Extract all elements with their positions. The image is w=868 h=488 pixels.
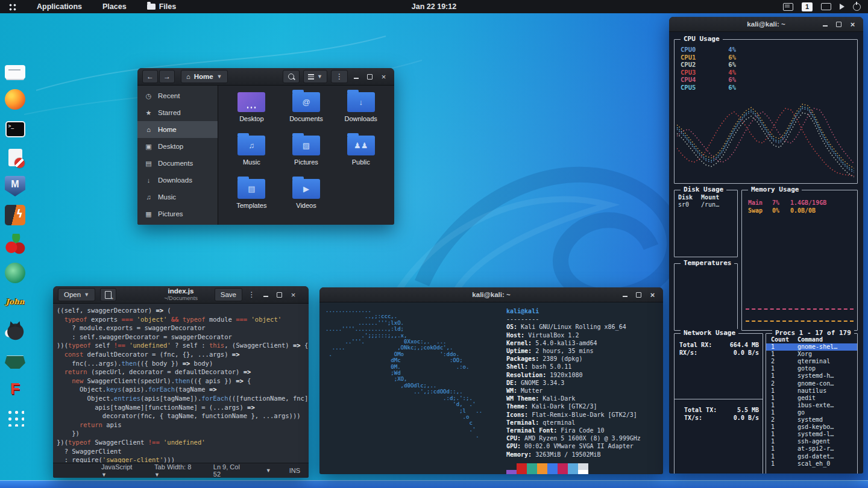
new-document-button[interactable] (100, 288, 116, 301)
close-button[interactable]: × (289, 290, 298, 299)
back-button[interactable]: ← (142, 70, 158, 83)
palette-swatch (537, 463, 547, 470)
dock-item-screen[interactable] (4, 60, 27, 81)
editor-menu-button[interactable]: ⋮ (247, 290, 256, 299)
dock-item-firefox[interactable] (4, 89, 27, 110)
dock-item-terminal[interactable] (4, 118, 27, 139)
folder-music[interactable]: ♫Music (224, 134, 279, 177)
network-usage-box: Network Usage Total RX: 664.4 MB RX/s: 0… (674, 333, 763, 474)
close-button[interactable]: × (379, 72, 388, 81)
process-row[interactable]: 1gnome-shel… (766, 343, 857, 351)
dock-item-cherrytree[interactable] (4, 234, 27, 254)
dock-item-boat[interactable] (4, 349, 27, 370)
dock-item-burpsuite[interactable] (4, 205, 27, 225)
sidebar-item-label: Pictures (158, 210, 183, 217)
dock-item-blocked-document[interactable] (4, 147, 27, 167)
maximize-button[interactable] (365, 72, 374, 81)
sidebar-item-starred[interactable]: ★Starred (137, 104, 218, 121)
process-row[interactable]: 1systemd-h… (766, 372, 857, 380)
dock-item-dog[interactable] (4, 321, 27, 341)
process-row[interactable]: 1Xorg (766, 351, 857, 358)
folder-downloads[interactable]: ↓Downloads (333, 90, 388, 134)
process-row[interactable]: 1scal_eh_0 (766, 460, 857, 468)
process-row[interactable]: 1gotop (766, 365, 857, 372)
process-row[interactable]: 2gnome-con… (766, 380, 857, 387)
process-row[interactable]: 1at-spi2-r… (766, 445, 857, 452)
process-command: gedit (797, 395, 857, 402)
tab-width-selector[interactable]: Tab Width: 8 ▼ (154, 463, 198, 478)
save-button[interactable]: Save (215, 288, 242, 301)
path-button[interactable]: ⌂ Home ▼ (181, 70, 228, 83)
code-line: Object.entries(apis[tagName]).forEach(([… (57, 394, 305, 403)
sidebar-item-music[interactable]: ♫Music (137, 189, 218, 205)
dock-item-faraday[interactable]: F (4, 378, 27, 399)
activities-menu[interactable] (6, 3, 19, 11)
sidebar-item-documents[interactable]: ▤Documents (137, 155, 218, 172)
language-selector[interactable]: JavaScript ▼ (101, 463, 139, 478)
folder-videos[interactable]: ▶Videos (279, 177, 334, 221)
minimize-button[interactable] (261, 290, 270, 299)
terminal-content[interactable]: .............. ..,;:ccc,. ......''';lxO.… (319, 302, 663, 474)
process-row[interactable]: 2qterminal (766, 358, 857, 365)
process-row[interactable]: 1nautilus (766, 387, 857, 395)
keyboard-indicator-icon[interactable] (783, 3, 793, 11)
files-menu[interactable]: Files (145, 2, 179, 11)
folder-templates[interactable]: ▤Templates (224, 177, 279, 221)
minimize-button[interactable] (820, 20, 829, 29)
minimize-button[interactable] (620, 290, 629, 299)
forward-button[interactable]: → (159, 70, 175, 83)
sidebar-item-pictures[interactable]: ▦Pictures (137, 205, 218, 222)
info-label: Packages: (506, 355, 539, 362)
cpu-core-label: CPU3 (681, 69, 696, 77)
sidebar-item-downloads[interactable]: ↓Downloads (137, 172, 218, 189)
code-token: => (232, 351, 240, 358)
neofetch-info-line: Kernel: 5.4.0-kali3-amd64 (506, 339, 657, 347)
menu-button[interactable]: ⋮ (331, 70, 348, 83)
clock[interactable]: Jan 22 19:12 (412, 2, 456, 11)
files-window: ← → ⌂ Home ▼ ▼ ⋮ × ◷Recent★Starred⌂Home▣… (137, 68, 394, 225)
workspace-indicator[interactable]: 1 (802, 2, 813, 11)
open-button[interactable]: Open ▼ (58, 288, 95, 301)
applications-menu[interactable]: Applications (34, 2, 84, 11)
neofetch-info-line: Icons: Flat-Remix-Blue-Dark [GTK2/3] (506, 411, 657, 419)
dock-item-metasploit[interactable] (4, 176, 27, 196)
info-value: VirtualBox 1.2 (524, 332, 579, 339)
close-button[interactable]: × (648, 290, 657, 299)
display-icon[interactable] (821, 3, 831, 10)
volume-icon[interactable] (840, 4, 844, 10)
process-row[interactable]: 1gedit (766, 395, 857, 402)
sidebar-item-home[interactable]: ⌂Home (137, 121, 218, 138)
dock-item-maltego[interactable] (4, 263, 27, 283)
maximize-button[interactable] (275, 290, 284, 299)
process-row[interactable]: 1gsd-datet… (766, 453, 857, 460)
process-row[interactable]: 1ssh-agent (766, 438, 857, 445)
sidebar-item-desktop[interactable]: ▣Desktop (137, 138, 218, 155)
places-menu[interactable]: Places (100, 2, 129, 11)
insert-mode-indicator[interactable]: INS (289, 467, 300, 474)
palette-swatch (558, 470, 568, 474)
info-label: Theme: (506, 403, 528, 410)
power-icon[interactable] (853, 3, 861, 11)
folder-icon: ♫ (237, 136, 265, 155)
view-toggle-button[interactable]: ▼ (303, 70, 327, 83)
folder-desktop[interactable]: Desktop (224, 90, 279, 134)
close-button[interactable]: × (848, 20, 857, 29)
maximize-button[interactable] (834, 20, 843, 29)
sidebar-item-recent[interactable]: ◷Recent (137, 87, 218, 104)
dock-item-show-apps[interactable] (4, 407, 27, 428)
maximize-button[interactable] (634, 290, 643, 299)
folder-public[interactable]: ♟♟Public (333, 134, 388, 177)
minimize-button[interactable] (351, 72, 360, 81)
code-area[interactable]: ((self, swaggerDecorator) => ( typeof ex… (53, 304, 309, 467)
dock-item-john-the-ripper[interactable]: John (4, 292, 27, 312)
chevron-down-icon[interactable]: ▼ (266, 468, 271, 474)
process-row[interactable]: 1go (766, 409, 857, 416)
process-row[interactable]: 2systemd (766, 416, 857, 424)
search-button[interactable] (283, 70, 300, 83)
process-row[interactable]: 1ibus-exte… (766, 402, 857, 409)
process-row[interactable]: 1gsd-keybo… (766, 424, 857, 431)
folder-documents[interactable]: @Documents (279, 90, 334, 134)
folder-pictures[interactable]: ▨Pictures (279, 134, 334, 177)
process-row[interactable]: 1systemd-l… (766, 431, 857, 438)
cursor-position[interactable]: Ln 9, Col 52 (213, 463, 248, 478)
